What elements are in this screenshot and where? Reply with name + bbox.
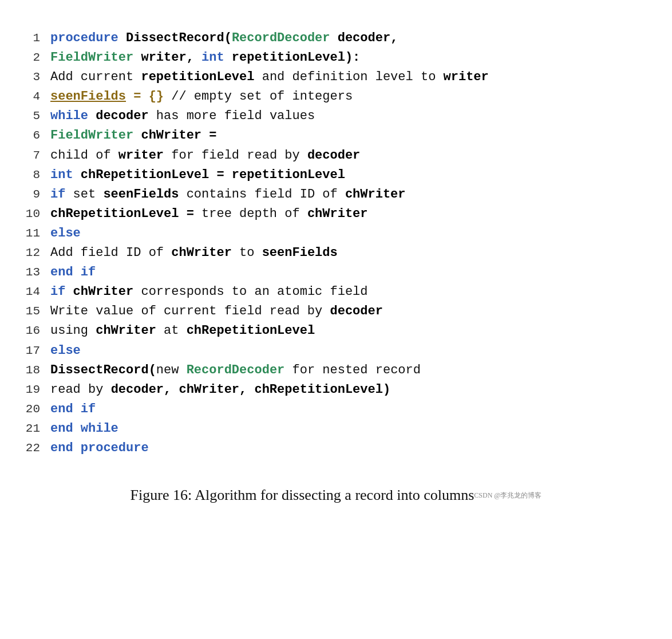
code-line: 18 DissectRecord(new RecordDecoder for n… [17,361,655,380]
code-segment: DissectRecord( [50,363,156,377]
line-content: end if [50,400,655,419]
code-segment: end if [50,402,96,416]
line-number: 17 [17,342,40,361]
code-line: 12 Add field ID of chWriter to seenField… [17,243,655,263]
line-content: else [50,341,655,361]
code-segment: writer [118,148,164,163]
code-segment: end if [50,265,96,279]
code-segment: DissectRecord [126,31,224,45]
code-segment: using [50,324,96,338]
line-number: 4 [17,88,40,107]
code-line: 6 FieldWriter chWriter = [17,126,655,145]
code-segment: chWriter [345,187,406,202]
line-number: 16 [17,322,40,341]
code-line: 9 if set seenFields contains field ID of… [17,185,655,204]
line-number: 15 [17,302,40,321]
code-segment: for nested record [284,363,421,377]
line-content: DissectRecord(new RecordDecoder for nest… [50,361,655,380]
line-content: end if [50,263,655,282]
code-line: 10 chRepetitionLevel = tree depth of chW… [17,204,655,224]
code-line: 3 Add current repetitionLevel and defini… [17,68,655,87]
code-segment: chWriter [73,285,134,299]
code-segment: decoder, chWriter, chRepetitionLevel) [111,382,390,397]
code-segment: corresponds to an atomic field [133,285,367,299]
line-content: int chRepetitionLevel = repetitionLevel [50,165,655,185]
code-segment: chWriter = [133,128,216,143]
code-segment: chRepetitionLevel = [50,207,194,221]
code-block: 1procedure DissectRecord(RecordDecoder d… [17,23,655,464]
code-segment: Add current [50,70,141,84]
code-segment: decoder [307,148,360,163]
line-number: 11 [17,224,40,243]
code-segment: chRepetitionLevel = repetitionLevel [73,168,345,182]
code-segment: set [65,187,103,202]
line-content: seenFields = {} // empty set of integers [50,87,655,107]
code-segment: seenFields [50,89,126,104]
code-line: 13 end if [17,263,655,282]
line-number: 2 [17,49,40,68]
line-number: 21 [17,420,40,439]
figure-caption: Figure 16: Algorithm for dissecting a re… [17,487,655,504]
code-segment: and definition level to [254,70,443,84]
line-number: 10 [17,205,40,224]
code-segment: tree depth of [194,207,307,221]
code-segment: repetitionLevel [141,70,254,84]
code-line: 1procedure DissectRecord(RecordDecoder d… [17,29,655,48]
code-segment: writer, [133,50,201,65]
code-segment: ): [345,50,360,65]
line-content: if chWriter corresponds to an atomic fie… [50,282,655,302]
code-segment: Write value of current field read by [50,304,330,318]
line-content: else [50,224,655,243]
code-segment: chRepetitionLevel [187,324,315,338]
line-content: procedure DissectRecord(RecordDecoder de… [50,29,655,48]
line-number: 8 [17,166,40,185]
code-segment: decoder [96,109,148,123]
code-segment: writer [444,70,489,84]
code-segment: child of [50,148,118,163]
line-number: 22 [17,439,40,458]
code-segment: for field read by [164,148,307,163]
line-number: 7 [17,147,40,165]
line-content: end procedure [50,439,655,458]
code-segment: if [50,285,65,299]
code-segment [65,285,73,299]
code-segment: at [156,324,187,338]
code-line: 22end procedure [17,439,655,458]
code-segment: decoder, [330,31,398,45]
code-segment: FieldWriter [50,50,133,65]
code-segment: chWriter [307,207,368,221]
code-segment: repetitionLevel [224,50,345,65]
code-segment: contains field ID of [179,187,345,202]
code-segment: else [50,344,81,358]
code-segment: chWriter [96,324,156,338]
code-line: 5 while decoder has more field values [17,107,655,126]
code-line: 11 else [17,224,655,243]
code-segment: chWriter [171,246,232,260]
code-segment: end procedure [50,441,149,455]
code-segment: int [50,168,73,182]
line-number: 20 [17,400,40,419]
code-segment: RecordDecoder [187,363,285,377]
code-segment: = {} [126,89,171,104]
line-number: 12 [17,244,40,263]
code-line: 2 FieldWriter writer, int repetitionLeve… [17,48,655,68]
code-segment [88,109,96,123]
code-segment: seenFields [262,246,338,260]
line-number: 5 [17,107,40,126]
code-segment: RecordDecoder [232,31,330,45]
code-line: 20 end if [17,400,655,419]
code-line: 16 using chWriter at chRepetitionLevel [17,321,655,341]
line-number: 6 [17,127,40,145]
code-segment: has more field values [149,109,315,123]
code-line: 21 end while [17,419,655,439]
line-content: end while [50,419,655,439]
line-content: Write value of current field read by dec… [50,302,655,321]
code-line: 19 read by decoder, chWriter, chRepetiti… [17,380,655,400]
code-segment: procedure [50,31,126,45]
line-content: Add current repetitionLevel and definiti… [50,68,655,87]
line-content: child of writer for field read by decode… [50,146,655,165]
line-content: chRepetitionLevel = tree depth of chWrit… [50,204,655,224]
code-line: 8 int chRepetitionLevel = repetitionLeve… [17,165,655,185]
code-segment: Add field ID of [50,246,171,260]
code-segment: int [201,50,224,65]
